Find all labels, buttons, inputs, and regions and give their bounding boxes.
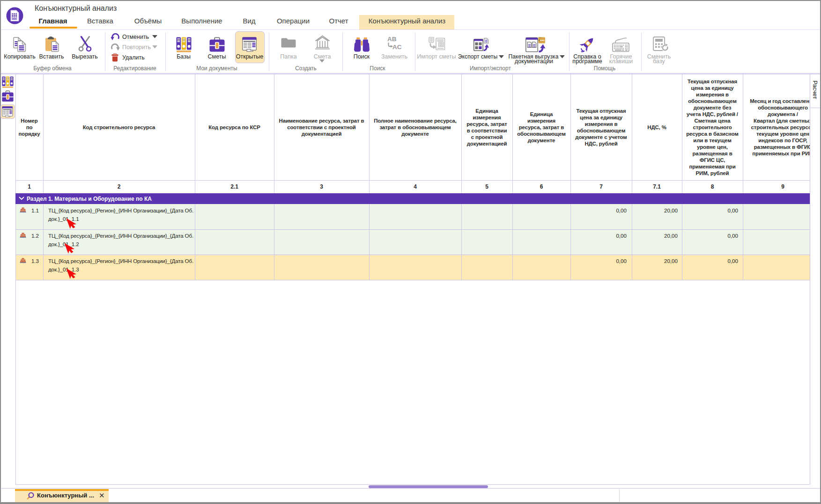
svg-text:AC: AC [392,44,402,51]
svg-text:AB: AB [387,36,397,43]
